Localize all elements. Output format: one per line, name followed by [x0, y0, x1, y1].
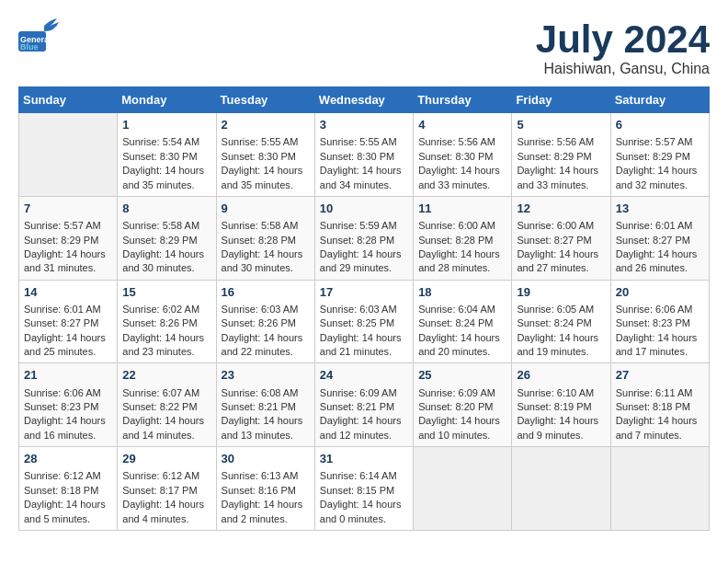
day-info-line: Daylight: 14 hours	[517, 247, 605, 261]
calendar-cell: 5Sunrise: 5:56 AMSunset: 8:29 PMDaylight…	[512, 113, 610, 197]
day-info-line: and 2 minutes.	[222, 512, 310, 526]
day-info-line: and 34 minutes.	[320, 178, 408, 192]
day-info-line: Sunset: 8:24 PM	[517, 316, 605, 330]
day-info-line: Sunset: 8:19 PM	[517, 400, 605, 414]
day-header: Tuesday	[216, 87, 314, 113]
day-info-line: Sunset: 8:24 PM	[418, 316, 506, 330]
day-info-line: Sunset: 8:27 PM	[616, 234, 704, 247]
calendar-cell: 21Sunrise: 6:06 AMSunset: 8:23 PMDayligh…	[19, 363, 118, 447]
day-info-line: Daylight: 14 hours	[222, 498, 310, 511]
day-info-line: and 13 minutes.	[222, 429, 310, 442]
day-info-line: Daylight: 14 hours	[517, 331, 605, 345]
day-info-line: and 7 minutes.	[616, 429, 704, 442]
day-info-line: Daylight: 14 hours	[616, 164, 704, 178]
day-number: 19	[517, 284, 605, 301]
calendar-cell: 12Sunrise: 6:00 AMSunset: 8:27 PMDayligh…	[512, 196, 610, 280]
logo: General Blue	[18, 18, 63, 55]
day-info-line: Sunrise: 5:57 AM	[616, 135, 704, 149]
calendar-cell	[610, 447, 709, 531]
calendar-cell: 22Sunrise: 6:07 AMSunset: 8:22 PMDayligh…	[118, 363, 216, 447]
day-info-line: Sunrise: 6:05 AM	[517, 303, 605, 316]
day-info-line: Sunset: 8:16 PM	[222, 484, 310, 498]
day-number: 11	[418, 201, 506, 217]
day-info-line: Sunrise: 6:09 AM	[320, 386, 408, 400]
day-info-line: and 31 minutes.	[24, 261, 112, 275]
day-info-line: and 35 minutes.	[122, 178, 210, 192]
day-info-line: Sunrise: 6:10 AM	[517, 386, 605, 400]
day-info-line: Sunrise: 6:12 AM	[122, 469, 210, 483]
day-number: 3	[320, 117, 408, 133]
calendar-week-row: 14Sunrise: 6:01 AMSunset: 8:27 PMDayligh…	[19, 280, 710, 363]
day-info-line: Sunrise: 6:06 AM	[616, 303, 704, 316]
day-info-line: Daylight: 14 hours	[222, 247, 310, 261]
calendar-cell: 23Sunrise: 6:08 AMSunset: 8:21 PMDayligh…	[216, 363, 314, 447]
day-number: 20	[616, 284, 704, 301]
day-number: 14	[24, 284, 112, 301]
day-info-line: and 4 minutes.	[122, 512, 210, 526]
calendar-cell: 7Sunrise: 5:57 AMSunset: 8:29 PMDaylight…	[19, 196, 118, 280]
calendar-cell: 20Sunrise: 6:06 AMSunset: 8:23 PMDayligh…	[610, 280, 709, 363]
svg-text:Blue: Blue	[20, 42, 39, 52]
day-info-line: Sunset: 8:17 PM	[122, 484, 210, 498]
day-info-line: Daylight: 14 hours	[320, 414, 408, 428]
day-info-line: and 0 minutes.	[320, 512, 408, 526]
day-info-line: Sunrise: 5:56 AM	[418, 135, 506, 149]
calendar-cell: 8Sunrise: 5:58 AMSunset: 8:29 PMDaylight…	[118, 196, 216, 280]
day-number: 8	[122, 201, 210, 217]
calendar-cell	[414, 447, 512, 531]
month-title: July 2024	[536, 18, 710, 61]
day-number: 17	[320, 284, 408, 301]
day-info-line: Sunrise: 6:14 AM	[320, 469, 408, 483]
day-info-line: and 22 minutes.	[222, 345, 310, 359]
day-info-line: Sunset: 8:18 PM	[24, 484, 112, 498]
day-info-line: Daylight: 14 hours	[222, 414, 310, 428]
day-info-line: Sunset: 8:28 PM	[418, 234, 506, 247]
day-info-line: and 20 minutes.	[418, 345, 506, 359]
day-info-line: and 26 minutes.	[616, 261, 704, 275]
day-number: 28	[24, 451, 112, 467]
day-info-line: Sunrise: 6:04 AM	[418, 303, 506, 316]
day-number: 30	[222, 451, 310, 467]
day-number: 24	[320, 367, 408, 384]
day-info-line: and 29 minutes.	[320, 261, 408, 275]
day-info-line: Sunrise: 5:54 AM	[122, 135, 210, 149]
day-info-line: Sunset: 8:22 PM	[122, 400, 210, 414]
day-info-line: Sunset: 8:28 PM	[222, 234, 310, 247]
day-info-line: Sunrise: 6:01 AM	[616, 219, 704, 233]
day-info-line: Sunset: 8:26 PM	[222, 316, 310, 330]
day-info-line: and 21 minutes.	[320, 345, 408, 359]
day-number: 27	[616, 367, 704, 384]
day-info-line: and 28 minutes.	[418, 261, 506, 275]
day-info-line: Sunset: 8:18 PM	[616, 400, 704, 414]
day-info-line: and 17 minutes.	[616, 345, 704, 359]
calendar-week-row: 21Sunrise: 6:06 AMSunset: 8:23 PMDayligh…	[19, 363, 710, 447]
day-number: 15	[122, 284, 210, 301]
calendar-cell: 18Sunrise: 6:04 AMSunset: 8:24 PMDayligh…	[414, 280, 512, 363]
day-info-line: Daylight: 14 hours	[418, 414, 506, 428]
day-info-line: Daylight: 14 hours	[517, 414, 605, 428]
calendar-cell: 27Sunrise: 6:11 AMSunset: 8:18 PMDayligh…	[610, 363, 709, 447]
calendar-cell: 6Sunrise: 5:57 AMSunset: 8:29 PMDaylight…	[610, 113, 709, 197]
calendar-cell: 16Sunrise: 6:03 AMSunset: 8:26 PMDayligh…	[216, 280, 314, 363]
day-number: 29	[122, 451, 210, 467]
day-number: 12	[517, 201, 605, 217]
day-info-line: Daylight: 14 hours	[320, 164, 408, 178]
day-info-line: Daylight: 14 hours	[616, 331, 704, 345]
day-info-line: and 27 minutes.	[517, 261, 605, 275]
day-number: 1	[122, 117, 210, 133]
day-info-line: Sunrise: 6:12 AM	[24, 469, 112, 483]
day-number: 21	[24, 367, 112, 384]
day-header: Monday	[118, 87, 216, 113]
day-number: 6	[616, 117, 704, 133]
day-header: Saturday	[610, 87, 709, 113]
day-info-line: Daylight: 14 hours	[418, 331, 506, 345]
day-info-line: Daylight: 14 hours	[24, 247, 112, 261]
day-info-line: and 9 minutes.	[517, 429, 605, 442]
logo-icon: General Blue	[18, 18, 59, 52]
day-info-line: and 14 minutes.	[122, 429, 210, 442]
day-number: 26	[517, 367, 605, 384]
calendar-week-row: 7Sunrise: 5:57 AMSunset: 8:29 PMDaylight…	[19, 196, 710, 280]
day-number: 4	[418, 117, 506, 133]
calendar-cell: 17Sunrise: 6:03 AMSunset: 8:25 PMDayligh…	[314, 280, 413, 363]
day-info-line: Daylight: 14 hours	[24, 331, 112, 345]
